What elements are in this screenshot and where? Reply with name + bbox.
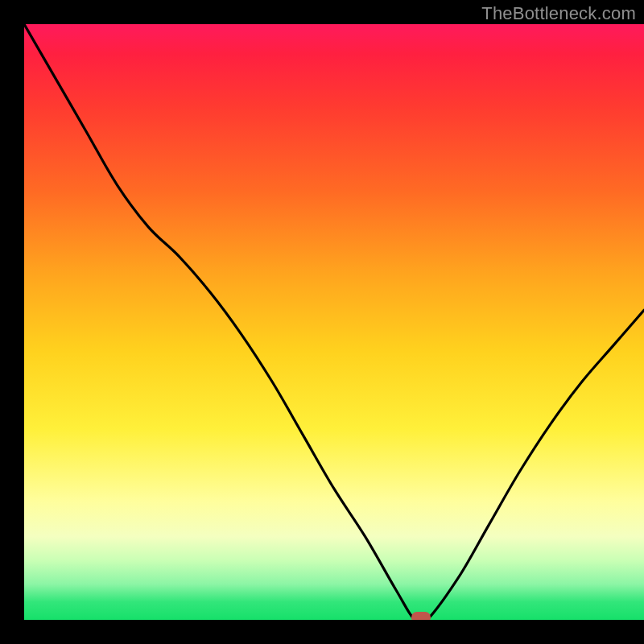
optimal-point-marker — [411, 612, 431, 620]
watermark-text: TheBottleneck.com — [481, 3, 636, 24]
bottleneck-curve — [24, 24, 644, 620]
chart-container: TheBottleneck.com — [0, 0, 644, 644]
plot-area — [24, 24, 644, 620]
